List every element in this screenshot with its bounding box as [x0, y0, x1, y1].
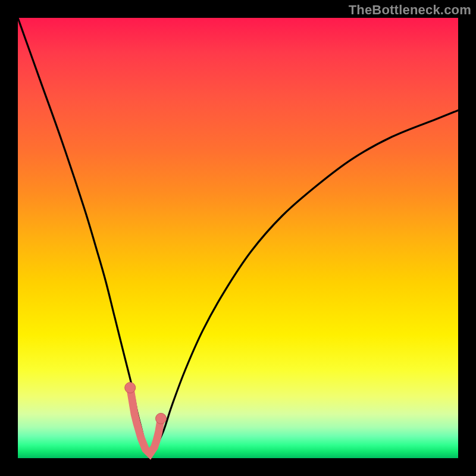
highlight-dot	[138, 435, 145, 441]
highlight-dot	[133, 419, 140, 426]
watermark-text: TheBottleneck.com	[349, 2, 471, 18]
highlight-dot	[147, 450, 154, 457]
highlight-points	[125, 383, 167, 458]
highlight-dot	[131, 411, 138, 418]
plot-area	[18, 18, 458, 458]
highlight-dot	[154, 437, 160, 444]
highlight-dot	[129, 397, 136, 404]
bottleneck-curve	[18, 18, 458, 454]
highlight-dot	[155, 428, 162, 435]
curve-layer	[18, 18, 458, 458]
chart-container: TheBottleneck.com	[0, 0, 476, 476]
highlight-end-left	[125, 383, 136, 393]
highlight-dot	[151, 444, 158, 450]
highlight-end-right	[156, 413, 167, 424]
